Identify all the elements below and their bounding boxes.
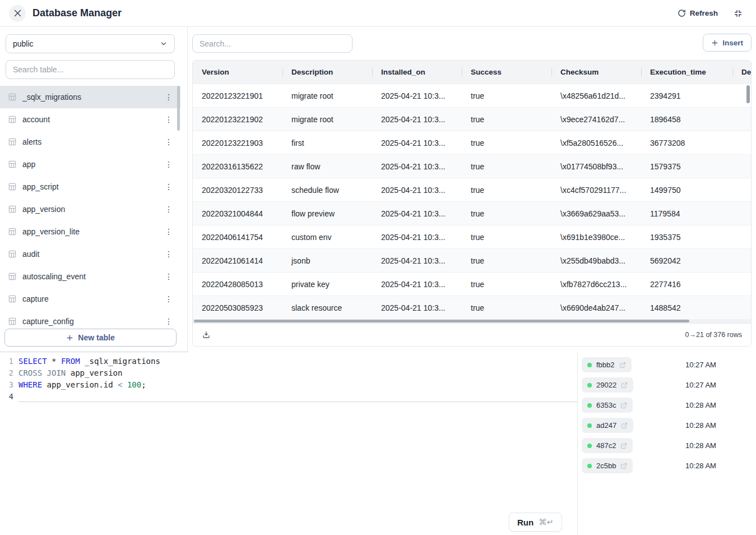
table-name-label: alerts xyxy=(22,137,161,146)
status-success-dot xyxy=(587,403,592,408)
download-button[interactable] xyxy=(202,330,211,339)
history-timestamp: 10:28 AM xyxy=(685,462,716,470)
table-search-input[interactable] xyxy=(6,60,175,79)
table-name-label: autoscaling_event xyxy=(22,272,161,281)
table-row[interactable]: 20220428085013private key2025-04-21 10:3… xyxy=(193,272,751,296)
history-item-2c5bb[interactable]: 2c5bb xyxy=(582,458,633,473)
table-menu-button[interactable]: ⋮ xyxy=(161,204,176,214)
table-row[interactable]: 20220123221903first2025-04-21 10:3...tru… xyxy=(193,131,751,154)
history-item-487c2[interactable]: 487c2 xyxy=(582,438,633,453)
table-menu-button[interactable]: ⋮ xyxy=(161,137,176,147)
table-cell: 2025-04-21 10:3... xyxy=(372,115,462,124)
horizontal-scrollbar[interactable] xyxy=(194,320,689,322)
table-row[interactable]: 20220320122733schedule flow2025-04-21 10… xyxy=(193,178,751,201)
grid-header-row: VersionDescriptionInstalled_onSuccessChe… xyxy=(193,61,751,84)
chevron-down-icon xyxy=(160,40,168,48)
table-cell: schedule flow xyxy=(282,186,372,195)
history-row: 487c2 10:28 AM xyxy=(578,437,756,454)
run-button[interactable]: Run ⌘↵ xyxy=(509,513,562,532)
sidebar-item-app_version[interactable]: app_version ⋮ xyxy=(0,198,180,220)
table-cell: true xyxy=(462,280,551,289)
table-cell: \xf5a280516526... xyxy=(551,139,641,147)
history-item-fbbb2[interactable]: fbbb2 xyxy=(582,357,632,372)
table-row[interactable]: 20220321004844flow preview2025-04-21 10:… xyxy=(193,201,751,225)
table-name-label: account xyxy=(22,115,161,124)
table-menu-button[interactable]: ⋮ xyxy=(161,294,176,304)
table-row[interactable]: 20220316135622raw flow2025-04-21 10:3...… xyxy=(193,154,751,178)
sidebar-item-audit[interactable]: audit ⋮ xyxy=(0,243,180,265)
external-link-icon xyxy=(621,382,628,389)
schema-select[interactable]: public xyxy=(6,34,175,53)
table-cell: 20220421061414 xyxy=(193,256,282,265)
refresh-button[interactable]: Refresh xyxy=(678,9,718,17)
table-icon xyxy=(8,137,17,146)
sidebar: public _sqlx_migrations ⋮ account ⋮ aler… xyxy=(0,27,188,352)
table-cell: migrate root xyxy=(282,91,372,100)
table-cell: 1179584 xyxy=(641,209,732,218)
new-table-button[interactable]: New table xyxy=(4,329,177,347)
column-header-Version: Version xyxy=(193,68,282,76)
table-cell: true xyxy=(462,186,551,195)
table-cell: 20220123221901 xyxy=(193,91,282,100)
table-cell: \x255db49babd3... xyxy=(551,256,641,265)
table-cell: \x9ece274162d7... xyxy=(551,115,641,124)
history-timestamp: 10:28 AM xyxy=(685,441,716,450)
sidebar-item-account[interactable]: account ⋮ xyxy=(0,108,180,131)
history-item-29022[interactable]: 29022 xyxy=(582,377,633,393)
refresh-label: Refresh xyxy=(690,9,718,17)
sidebar-item-_sqlx_migrations[interactable]: _sqlx_migrations ⋮ xyxy=(0,86,180,108)
table-row[interactable]: 20220123221901migrate root2025-04-21 10:… xyxy=(193,84,751,107)
code-line: 3 WHERE app_version.id < 100; xyxy=(0,379,577,390)
table-cell: 36773208 xyxy=(641,139,732,147)
table-row[interactable]: 20220123221902migrate root2025-04-21 10:… xyxy=(193,107,751,131)
table-cell: 20220503085923 xyxy=(193,303,282,312)
table-cell: 1896458 xyxy=(641,115,732,124)
collapse-button[interactable] xyxy=(734,9,743,18)
insert-button[interactable]: Insert xyxy=(703,34,752,52)
table-menu-button[interactable]: ⋮ xyxy=(161,92,176,102)
table-menu-button[interactable]: ⋮ xyxy=(161,182,176,192)
table-row[interactable]: 20220406141754custom env2025-04-21 10:3.… xyxy=(193,225,751,248)
close-button[interactable] xyxy=(9,5,26,22)
history-item-6353c[interactable]: 6353c xyxy=(582,398,633,413)
table-cell: 20220123221902 xyxy=(193,115,282,124)
column-header-Installed_on: Installed_on xyxy=(372,68,462,76)
status-success-dot xyxy=(587,464,592,468)
run-label: Run xyxy=(517,518,534,527)
table-name-label: capture xyxy=(22,294,161,303)
sidebar-item-app_version_lite[interactable]: app_version_lite ⋮ xyxy=(0,220,180,243)
close-icon xyxy=(14,10,21,17)
sidebar-item-capture_config[interactable]: capture_config ⋮ xyxy=(0,310,180,330)
table-cell: slack resource xyxy=(282,303,372,312)
sidebar-item-autoscaling_event[interactable]: autoscaling_event ⋮ xyxy=(0,265,180,288)
table-row[interactable]: 20220421061414jsonb2025-04-21 10:3...tru… xyxy=(193,248,751,272)
line-number: 1 xyxy=(0,357,13,366)
sidebar-item-app[interactable]: app ⋮ xyxy=(0,153,180,176)
table-menu-button[interactable]: ⋮ xyxy=(161,249,176,259)
sidebar-item-capture[interactable]: capture ⋮ xyxy=(0,288,180,310)
column-header-Description: Description xyxy=(282,68,372,76)
sidebar-scrollbar[interactable] xyxy=(177,86,180,131)
table-cell: flow preview xyxy=(282,209,372,218)
table-cell: custom env xyxy=(282,233,372,242)
table-menu-button[interactable]: ⋮ xyxy=(161,227,176,237)
table-cell: jsonb xyxy=(282,256,372,265)
table-menu-button[interactable]: ⋮ xyxy=(161,271,176,282)
history-item-ad247[interactable]: ad247 xyxy=(582,418,633,433)
table-menu-button[interactable]: ⋮ xyxy=(161,159,176,169)
table-cell: first xyxy=(282,139,372,147)
history-id-label: fbbb2 xyxy=(596,361,615,369)
sidebar-item-app_script[interactable]: app_script ⋮ xyxy=(0,176,180,198)
table-cell: 2025-04-21 10:3... xyxy=(372,139,462,147)
sidebar-item-alerts[interactable]: alerts ⋮ xyxy=(0,131,180,153)
table-menu-button[interactable]: ⋮ xyxy=(161,316,176,326)
sql-editor[interactable]: 1 SELECT * FROM _sqlx_migrations 2 CROSS… xyxy=(0,352,577,535)
search-input[interactable] xyxy=(192,34,353,53)
vertical-scrollbar[interactable] xyxy=(746,85,750,103)
table-icon xyxy=(8,317,17,326)
table-row[interactable]: 20220503085923slack resource2025-04-21 1… xyxy=(193,296,751,319)
external-link-icon xyxy=(621,422,628,429)
table-menu-button[interactable]: ⋮ xyxy=(161,114,176,124)
external-link-icon xyxy=(620,442,627,449)
table-cell: 2277416 xyxy=(641,280,732,289)
